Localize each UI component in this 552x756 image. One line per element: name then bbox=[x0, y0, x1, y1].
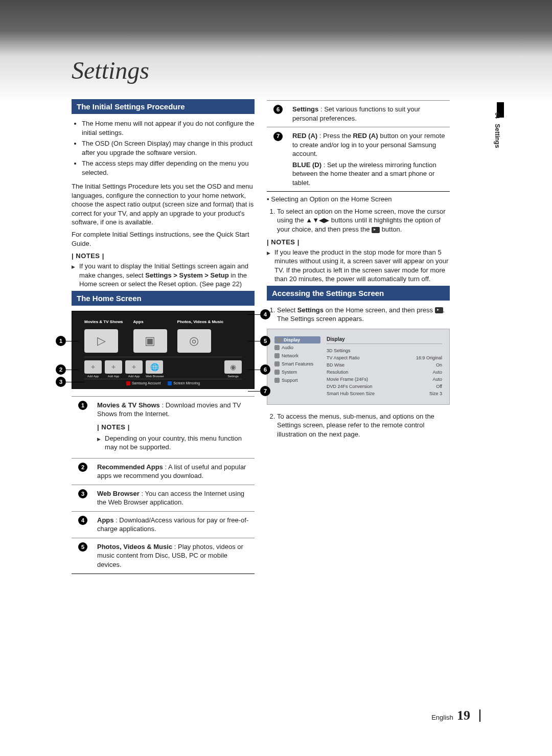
thumb-tab-label: Settings bbox=[494, 124, 501, 148]
system-icon bbox=[274, 370, 280, 375]
add-app-icon: ＋ bbox=[125, 360, 143, 374]
setting-row: 3D Settings bbox=[327, 347, 442, 354]
settings-icon: ◉ bbox=[224, 360, 242, 374]
notes-label: | NOTES | bbox=[72, 252, 255, 260]
display-icon bbox=[277, 337, 282, 342]
bottom-label-d: Screen Mirroring bbox=[173, 381, 200, 385]
audio-icon bbox=[274, 345, 280, 350]
sidebar-item-smart-features: Smart Features bbox=[274, 360, 320, 368]
list-item: Select Settings on the Home screen, and … bbox=[277, 306, 450, 324]
setting-row: DVD 24Fs ConversionOff bbox=[327, 383, 442, 390]
row-number-2: 2 bbox=[78, 463, 87, 472]
section-heading-home-screen: The Home Screen bbox=[72, 291, 255, 306]
row-text: : Press the bbox=[317, 132, 353, 140]
table-row: 5 Photos, Videos & Music : Play photos, … bbox=[72, 538, 255, 574]
select-option-heading: ▪ Selecting an Option on the Home Screen bbox=[267, 195, 450, 204]
setting-row: Movie Frame (24Fs)Auto bbox=[327, 376, 442, 383]
note-arrow-icon bbox=[72, 262, 76, 289]
small-label: Web Browser bbox=[146, 375, 164, 378]
callout-2: 2 bbox=[56, 364, 66, 375]
home-screen-description-table: 1 Movies & TV Shows : Download movies an… bbox=[72, 396, 255, 574]
home-screen-description-table-right: 6 Settings : Set various functions to su… bbox=[267, 100, 450, 192]
row-bold: Web Browser bbox=[97, 490, 140, 497]
sidebar-item-system: System bbox=[274, 368, 320, 376]
row-number-6: 6 bbox=[273, 105, 283, 114]
bullet-item: The Home menu will not appear if you do … bbox=[82, 119, 255, 137]
row-bold: Apps bbox=[97, 516, 114, 524]
initial-settings-para2: For complete Initial Settings instructio… bbox=[72, 230, 255, 248]
play-tile-icon: ▷ bbox=[84, 329, 118, 353]
row-bold: Settings bbox=[292, 105, 318, 113]
footer-page-number: 19 bbox=[457, 708, 470, 723]
row-bold: RED (A) bbox=[353, 132, 378, 140]
sidebar-item-display: Display bbox=[274, 336, 320, 343]
notes-label: | NOTES | bbox=[97, 423, 251, 432]
tile-label: Apps bbox=[133, 319, 144, 328]
setting-row: ResolutionAuto bbox=[327, 369, 442, 376]
bullet-item: The access steps may differ depending on… bbox=[82, 159, 255, 177]
callout-line bbox=[66, 341, 78, 341]
callout-line bbox=[248, 341, 260, 341]
note-item: If you leave the product in the stop mod… bbox=[267, 248, 450, 284]
sidebar-item-audio: Audio bbox=[274, 343, 320, 352]
red-button-icon bbox=[126, 381, 130, 385]
callout-5: 5 bbox=[260, 336, 270, 346]
footer-divider bbox=[479, 709, 480, 722]
row-bold: BLUE (D) bbox=[292, 161, 321, 169]
support-icon bbox=[274, 378, 280, 383]
accessing-settings-steps: Select Settings on the Home screen, and … bbox=[267, 306, 450, 324]
small-label: Settings bbox=[224, 375, 242, 378]
small-label: Add App bbox=[84, 375, 102, 378]
bottom-label-a: Samsung Account bbox=[132, 381, 160, 385]
add-app-icon: ＋ bbox=[105, 360, 122, 374]
callout-line bbox=[66, 370, 78, 370]
home-screen-figure: Movies & TV Shows ▷ Apps ▣ Photos, Video… bbox=[72, 311, 255, 389]
table-row: 6 Settings : Set various functions to su… bbox=[267, 101, 450, 127]
bullet-item: The OSD (On Screen Display) may change i… bbox=[82, 139, 255, 157]
table-row: 4 Apps : Download/Access various for pay… bbox=[72, 511, 255, 538]
callout-1: 1 bbox=[56, 336, 66, 346]
settings-panel-title: Display bbox=[327, 336, 442, 344]
row-number-3: 3 bbox=[78, 489, 87, 498]
row-number-5: 5 bbox=[78, 542, 87, 552]
settings-sidebar: Display Audio Network Smart Features Sys… bbox=[274, 336, 320, 397]
network-icon bbox=[274, 353, 280, 358]
notes-label: | NOTES | bbox=[267, 238, 450, 246]
enter-button-icon bbox=[435, 307, 443, 313]
callout-line bbox=[248, 391, 260, 392]
initial-settings-para1: The Initial Settings Procedure lets you … bbox=[72, 182, 255, 227]
setting-row: TV Aspect Ratio16:9 Original bbox=[327, 354, 442, 361]
footer-lang: English bbox=[431, 714, 453, 721]
right-column: 6 Settings : Set various functions to su… bbox=[267, 97, 450, 577]
web-browser-icon: 🌐 bbox=[146, 360, 163, 374]
tile-label: Movies & TV Shows bbox=[84, 319, 123, 328]
row-bold: Photos, Videos & Music bbox=[97, 543, 172, 551]
enter-button-icon bbox=[372, 227, 380, 233]
small-label: Add App bbox=[105, 375, 122, 378]
step-text: Select bbox=[277, 306, 297, 314]
page-footer: English 19 bbox=[431, 708, 470, 723]
tile-label: Photos, Videos & Music bbox=[177, 319, 224, 328]
thumb-tab-num: 04 bbox=[494, 112, 500, 119]
row-bold: Recommended Apps bbox=[97, 463, 163, 471]
row-bold: RED (A) bbox=[292, 132, 317, 140]
left-column: The Initial Settings Procedure The Home … bbox=[72, 97, 255, 577]
row-number-7: 7 bbox=[273, 132, 283, 141]
callout-7: 7 bbox=[260, 386, 270, 396]
table-row: 7 RED (A) : Press the RED (A) button on … bbox=[267, 127, 450, 192]
accessing-settings-steps-2: To access the menus, sub-menus, and opti… bbox=[267, 412, 450, 439]
step-text: on the Home screen, and then press bbox=[324, 306, 435, 314]
row-number-4: 4 bbox=[78, 516, 87, 525]
list-item: To select an option on the Home screen, … bbox=[277, 207, 450, 234]
sidebar-item-network: Network bbox=[274, 352, 320, 360]
blue-button-icon bbox=[168, 381, 172, 385]
setting-row: BD WiseOn bbox=[327, 361, 442, 369]
row-bold: Movies & TV Shows bbox=[97, 401, 160, 409]
header-background bbox=[0, 0, 552, 102]
step-text: To select an option on the Home screen, … bbox=[277, 208, 446, 233]
settings-screen-figure: Display Audio Network Smart Features Sys… bbox=[267, 329, 450, 405]
note-item: If you want to display the Initial Setti… bbox=[72, 262, 255, 289]
callout-line bbox=[248, 370, 260, 370]
initial-settings-bullets: The Home menu will not appear if you do … bbox=[72, 119, 255, 177]
callout-line bbox=[66, 382, 84, 382]
